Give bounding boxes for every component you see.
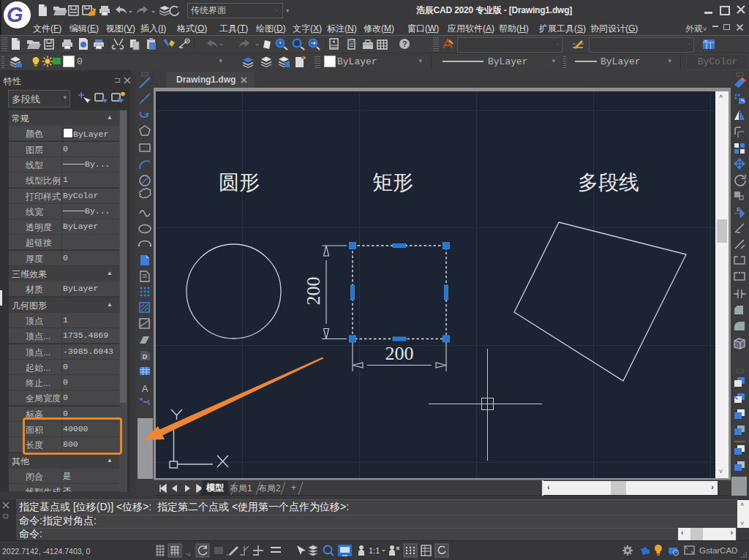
svg-text:200: 200 xyxy=(385,343,414,364)
svg-text:E: E xyxy=(737,206,740,213)
svg-text:圆形: 圆形 xyxy=(219,171,260,194)
svg-text:200: 200 xyxy=(303,277,324,306)
svg-text:?: ? xyxy=(402,39,407,48)
svg-text:多段线: 多段线 xyxy=(578,171,639,194)
svg-text:矩形: 矩形 xyxy=(372,171,413,194)
svg-text:1:1: 1:1 xyxy=(369,546,380,555)
